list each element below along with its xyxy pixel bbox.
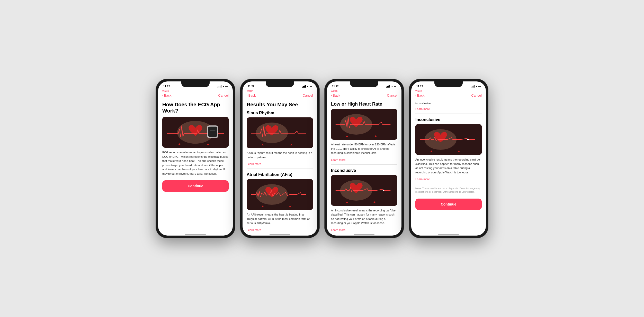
divider-2 [247,169,313,169]
nav-bar-1: ‹ Back Cancel [158,93,233,99]
chevron-icon-4: ‹ [415,93,417,97]
phones-container: 11:22 ▲ ▬ Watch ‹ Back [156,79,488,238]
phone-2-screen: 11:22 ▲ ▬ Watch ‹ Back [243,81,317,236]
home-indicator-3 [354,234,374,235]
wifi-icon-3: ▲ [391,85,393,88]
time-2: 11:22 [248,85,254,88]
battery-icon-3: ▬ [394,85,396,88]
back-button-3[interactable]: ‹ Back [331,93,340,97]
status-icons-3: ▲ ▬ [386,85,396,88]
learn-more-4-top[interactable]: Learn more [415,107,430,110]
ecg-illustration-2-2 [247,179,313,210]
body-text-2-1: A sinus rhythm result means the heart is… [247,151,313,159]
section-title-2-2: Atrial Fibrillation (AFib) [247,172,313,177]
screen-2-content: Results You May See Sinus Rhythm A sinus… [243,99,317,232]
notch-1 [181,81,210,87]
time-4: 11:22 [416,85,423,88]
svg-point-27 [467,139,469,140]
network-label-3: Watch [327,90,401,93]
phone-3-screen: 11:22 ▲ ▬ Watch ‹ Back [327,81,401,236]
learn-more-2-1[interactable]: Learn more [247,162,261,165]
ecg-illustration-4 [415,124,482,155]
status-icons-2: ▲ ▬ [302,85,312,88]
screen-3-content: Low or High Heart Rate A heart rate unde… [327,99,401,232]
learn-more-4-section[interactable]: Learn more [415,178,430,181]
phone-3: 11:22 ▲ ▬ Watch ‹ Back [324,79,404,238]
note-body-4: These results are not a diagnosis. Do no… [415,187,480,193]
battery-icon-4: ▬ [478,85,481,88]
back-button-1[interactable]: ‹ Back [162,93,172,97]
wifi-icon-2: ▲ [307,85,309,88]
divider-4-2 [415,184,482,184]
time-1: 11:22 [163,85,170,88]
battery-icon-2: ▬ [310,85,312,88]
ecg-illustration-3-2 [331,175,397,206]
phone-4: 11:22 ▲ ▬ Watch ‹ Back [409,79,488,238]
signal-1 [218,85,221,88]
cancel-button-3[interactable]: Cancel [387,94,397,97]
nav-bar-4: ‹ Back Cancel [411,93,486,99]
battery-icon-1: ▬ [225,85,228,88]
back-button-2[interactable]: ‹ Back [247,93,256,97]
page-title-2: Results You May See [247,101,313,108]
notch-4 [434,81,463,87]
status-icons-4: ▲ ▬ [471,85,481,88]
learn-more-3-1[interactable]: Learn more [331,158,345,161]
section-title-2-1: Sinus Rhythm [247,111,313,115]
phone-4-screen: 11:22 ▲ ▬ Watch ‹ Back [411,81,486,236]
network-label-2: Watch [243,90,317,93]
learn-more-2-2[interactable]: Learn more [247,228,261,231]
nav-bar-3: ‹ Back Cancel [327,93,401,99]
chevron-icon-3: ‹ [331,93,332,97]
section-title-3-2: Inconclusive [331,168,397,173]
wifi-icon-1: ▲ [222,85,225,88]
svg-point-22 [383,190,384,191]
screen-1-content: How Does the ECG App Work? [158,99,233,232]
chevron-icon-2: ‹ [247,93,248,97]
continue-button-1[interactable]: Continue [162,180,229,192]
screen-4-content: inconclusive. Learn more Inconclusive [411,99,486,232]
wifi-icon-4: ▲ [475,85,478,88]
continue-button-4[interactable]: Continue [415,199,482,210]
divider-3 [331,164,397,165]
note-label-4: Note: [415,187,422,190]
section-title-3-1: Low or High Heart Rate [331,101,397,107]
notch-3 [350,81,378,87]
nav-bar-2: ‹ Back Cancel [243,93,317,99]
partial-text-4: inconclusive. [415,101,482,105]
signal-2 [302,85,306,88]
back-button-4[interactable]: ‹ Back [415,93,425,97]
signal-4 [471,85,475,88]
phone-1: 11:22 ▲ ▬ Watch ‹ Back [156,79,235,238]
time-3: 11:22 [332,85,339,88]
status-icons-1: ▲ ▬ [218,85,228,88]
notch-2 [266,81,294,87]
cancel-button-2[interactable]: Cancel [303,94,313,97]
divider-4 [415,114,482,114]
body-text-1: ECG records an electrocardiogram—also ca… [162,150,229,176]
body-text-4: An inconclusive result means the recordi… [415,157,482,174]
body-text-3-1: A heart rate under 50 BPM or over 120 BP… [331,142,397,155]
network-label-1: Watch [158,90,233,93]
chevron-icon-1: ‹ [162,93,164,97]
ecg-illustration-3-1 [331,109,397,140]
page-title-1: How Does the ECG App Work? [162,101,229,114]
note-text-4: Note: These results are not a diagnosis.… [415,187,482,193]
body-text-2-2: An AFib result means the heart is beatin… [247,212,313,225]
body-text-3-2: An inconclusive result means the recordi… [331,208,397,225]
cancel-button-1[interactable]: Cancel [218,94,229,97]
home-indicator-1 [185,234,206,235]
home-indicator-2 [270,234,290,235]
signal-3 [386,85,390,88]
network-label-4: Watch [411,90,486,93]
phone-1-screen: 11:22 ▲ ▬ Watch ‹ Back [158,81,233,236]
cancel-button-4[interactable]: Cancel [471,94,482,97]
home-indicator-4 [438,234,459,235]
svg-rect-3 [208,127,217,137]
phone-2: 11:22 ▲ ▬ Watch ‹ Back [240,79,320,238]
ecg-illustration-1 [162,117,229,148]
section-title-4: Inconclusive [415,117,482,122]
learn-more-3-2[interactable]: Learn more [331,228,345,231]
ecg-illustration-2-1 [247,117,313,148]
